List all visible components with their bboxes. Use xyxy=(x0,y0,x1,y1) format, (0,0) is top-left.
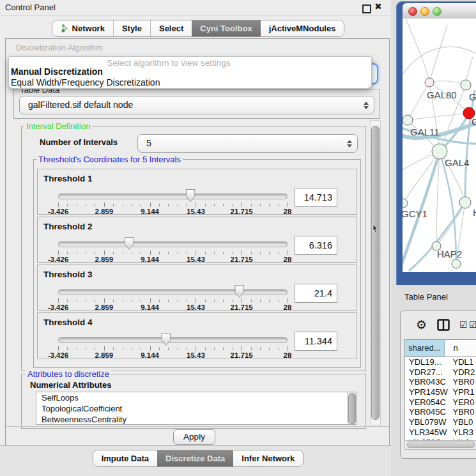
cell-name[interactable]: YLR3 xyxy=(449,427,476,438)
gear-icon[interactable]: ⚙ xyxy=(416,318,427,332)
slider-track[interactable] xyxy=(58,194,288,199)
table-row[interactable]: YBR043CYBR0 xyxy=(405,377,476,387)
table-row[interactable]: YBL079WYBL0 xyxy=(405,417,476,427)
cell-shared-name[interactable]: YPR145W xyxy=(405,387,449,397)
cell-name[interactable]: YBR0 xyxy=(449,407,476,417)
threshold-slider[interactable]: -3.4262.8599.14415.4321.71528 xyxy=(58,238,288,263)
cell-shared-name[interactable]: YBR045C xyxy=(405,407,449,417)
numerical-attributes-list[interactable]: SelfLoopsTopologicalCoefficientBetweenne… xyxy=(36,392,357,425)
table-row[interactable]: YER054CYER0 xyxy=(405,397,476,408)
slider-track[interactable] xyxy=(58,289,288,295)
node-label-gal11: GAL11 xyxy=(410,127,440,137)
attribute-list-item[interactable]: BetweennessCentrality xyxy=(36,414,356,425)
number-of-intervals-combobox[interactable]: 5 xyxy=(137,134,358,153)
threshold-slider[interactable]: -3.4262.8599.14415.4321.71528 xyxy=(58,334,288,358)
algorithm-option[interactable]: Equal Width/Frequency Discretization xyxy=(11,77,160,88)
node-top-right[interactable] xyxy=(461,80,471,90)
cell-name[interactable]: YDL1 xyxy=(449,357,476,367)
close-icon[interactable]: ✖ xyxy=(374,1,382,12)
tab-style[interactable]: Style xyxy=(113,20,150,36)
tick-label: 9.144 xyxy=(141,351,159,359)
cell-name[interactable]: YER0 xyxy=(449,397,476,408)
tab-discretize-data[interactable]: Discretize Data xyxy=(157,450,233,466)
apply-bar-divider xyxy=(6,426,389,427)
algorithm-option[interactable]: Manual Discretization xyxy=(11,66,103,77)
table-data-combobox[interactable]: galFiltered.sif default node xyxy=(19,96,374,114)
tick-mark xyxy=(67,204,68,206)
cell-name[interactable]: YBL0 xyxy=(449,417,476,427)
tick-mark xyxy=(279,204,279,206)
table-horizontal-scrollbar[interactable] xyxy=(404,440,476,450)
screen: Control Panel ✖ NetworkStyleSelectCyni T… xyxy=(0,0,476,476)
tab-select[interactable]: Select xyxy=(150,20,192,36)
network-canvas[interactable]: GAL80 GA C GAL11 GAL4 GCY1 H HAP2 xyxy=(403,19,476,272)
cell-shared-name[interactable]: YER054C xyxy=(405,397,449,408)
cell-name[interactable]: YDR2 xyxy=(449,367,476,378)
cell-name[interactable]: YPR1 xyxy=(449,387,476,397)
tick-mark xyxy=(214,348,215,350)
columns-icon[interactable] xyxy=(437,319,450,331)
network-window-titlebar[interactable] xyxy=(403,3,476,19)
table-row[interactable]: YBR045CYBR0 xyxy=(405,407,476,417)
panel-vertical-scrollbar[interactable] xyxy=(370,120,381,426)
list-vertical-scrollbar[interactable] xyxy=(347,392,356,424)
attribute-list-item[interactable]: SelfLoops xyxy=(36,392,356,403)
tick-mark xyxy=(279,300,279,302)
threshold-value-field[interactable]: 6.316 xyxy=(295,236,337,255)
table-row[interactable]: YDR27...YDR2 xyxy=(405,367,476,378)
scrollbar-thumb[interactable] xyxy=(348,393,356,424)
threshold-value-field[interactable]: 21.4 xyxy=(295,284,337,303)
slider-thumb[interactable] xyxy=(234,285,244,298)
tick-mark xyxy=(187,204,187,206)
scrollbar-thumb[interactable] xyxy=(371,126,380,420)
scrollbar-thumb[interactable] xyxy=(407,441,475,448)
tick-label: 2.859 xyxy=(95,351,113,359)
tick-mark xyxy=(95,204,95,206)
threshold-slider[interactable]: -3.4262.8599.14415.4321.71528 xyxy=(58,190,288,215)
column-header-name[interactable]: n xyxy=(445,340,476,357)
threshold-value-field[interactable]: 14.713 xyxy=(295,188,337,207)
attribute-list-item[interactable]: TopologicalCoefficient xyxy=(36,403,356,414)
slider-track[interactable] xyxy=(58,242,288,247)
tick-mark xyxy=(233,348,233,350)
tab-network[interactable]: Network xyxy=(52,20,113,36)
cell-shared-name[interactable]: YDR27... xyxy=(405,367,449,378)
tab-jactivemnodules[interactable]: jActiveMNodules xyxy=(261,20,344,36)
table-row[interactable]: YDL19...YDL1 xyxy=(405,357,476,367)
table-row[interactable]: YLR345WYLR3 xyxy=(405,427,476,438)
cell-shared-name[interactable]: YBL079W xyxy=(405,417,449,427)
slider-thumb[interactable] xyxy=(186,189,196,202)
checkbox-icon[interactable]: ☑ xyxy=(469,319,476,330)
node-gal11[interactable] xyxy=(403,115,413,125)
threshold-value-field[interactable]: 11.344 xyxy=(295,332,337,351)
tick-mark xyxy=(233,300,233,302)
cell-name[interactable]: YBR0 xyxy=(449,377,476,387)
tick-mark xyxy=(86,300,86,302)
tab-cyni-toolbox[interactable]: Cyni Toolbox xyxy=(192,20,260,36)
node-gal80[interactable] xyxy=(425,78,434,87)
node-right[interactable] xyxy=(459,197,471,208)
tab-infer-network[interactable]: Infer Network xyxy=(233,450,303,466)
float-window-icon[interactable] xyxy=(362,4,371,13)
checkbox-icon[interactable]: ☑ xyxy=(459,319,468,330)
column-header-shared-name[interactable]: shared... xyxy=(405,340,445,357)
zoom-traffic-light[interactable] xyxy=(433,7,441,16)
tick-label: 28 xyxy=(284,351,292,359)
node-bottom[interactable] xyxy=(452,259,461,268)
tab-label: jActiveMNodules xyxy=(269,20,336,36)
slider-track[interactable] xyxy=(58,337,288,343)
slider-thumb[interactable] xyxy=(161,333,171,346)
cell-shared-name[interactable]: YBR043C xyxy=(405,377,449,387)
table-row[interactable]: YPR145WYPR1 xyxy=(405,387,476,397)
slider-thumb[interactable] xyxy=(125,237,134,250)
node-gcy1[interactable] xyxy=(403,199,408,208)
close-traffic-light[interactable] xyxy=(408,7,417,16)
cell-shared-name[interactable]: YDL19... xyxy=(405,357,449,367)
apply-button[interactable]: Apply xyxy=(173,429,215,445)
numerical-attributes-label: Numerical Attributes xyxy=(30,380,111,390)
threshold-slider[interactable]: -3.4262.8599.14415.4321.71528 xyxy=(58,286,288,311)
thresholds-group-title: Threshold's Coordinates for 5 Intervals xyxy=(36,155,183,164)
tab-impute-data[interactable]: Impute Data xyxy=(93,450,157,466)
minimize-traffic-light[interactable] xyxy=(420,7,429,16)
cell-shared-name[interactable]: YLR345W xyxy=(405,427,449,438)
